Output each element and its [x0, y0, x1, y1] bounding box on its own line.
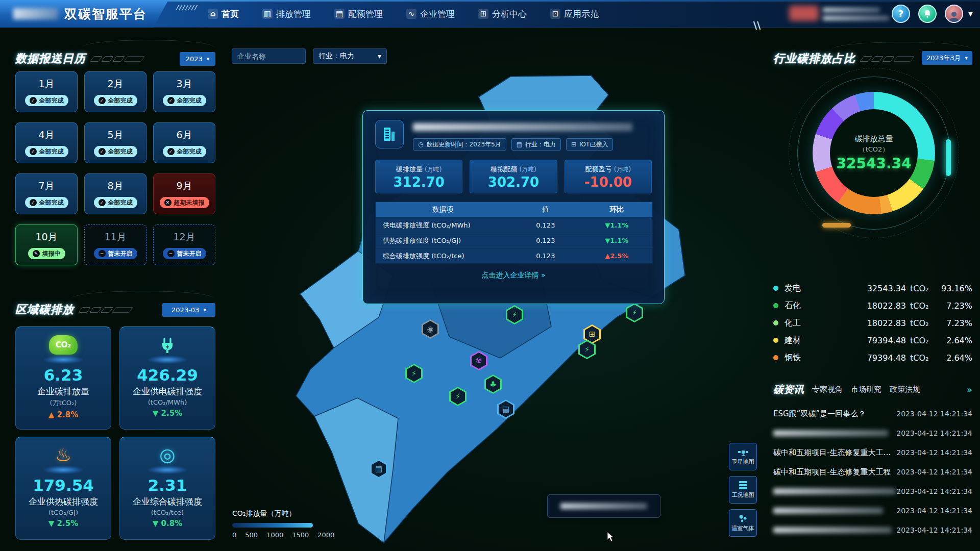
news-item[interactable]: 2023-04-12 14:21:34 [773, 482, 972, 501]
month-label: 1月 [38, 78, 54, 91]
news-item[interactable]: ESG跟“双碳”是一回事么？ 2023-04-12 14:21:34 [773, 404, 972, 423]
chevron-down-icon[interactable]: ▼ [968, 10, 973, 17]
tick-label: 1000 [266, 531, 283, 539]
industry-period-value: 2023年3月 [926, 54, 961, 63]
tick-label: 2000 [317, 531, 334, 539]
news-item[interactable]: 碳中和五期项目-生态修复重大工程 2023-04-12 14:21:34 [773, 462, 972, 482]
month-card-dec[interactable]: 12月−暂未开启 [153, 224, 215, 265]
news-title-text[interactable]: ESG跟“双碳”是一回事么？ [773, 409, 895, 419]
edit-icon: ✎ [33, 250, 40, 257]
gauge-icon: ◎ [159, 443, 175, 467]
nav-menu: ⌂ 首页 ▥ 排放管理 ▤ 配额管理 ∿ 企业管理 ⊞ 分析中心 ⊡ 应用示范 [208, 0, 599, 28]
column-header: 环比 [581, 205, 652, 214]
legend-unit: tCO₂ [906, 284, 933, 293]
popup-stats: 碳排放量 (万吨) 312.70 模拟配额 (万吨) 302.70 配额盈亏 (… [375, 160, 652, 193]
chevron-down-icon: ▾ [378, 52, 381, 60]
nav-item-emission[interactable]: ▥ 排放管理 [262, 8, 311, 20]
status-badge: ✓全部完成 [25, 197, 68, 208]
top-navbar: 双碳智服平台 /////// ⌂ 首页 ▥ 排放管理 ▤ 配额管理 ∿ 企业管理… [0, 0, 980, 28]
tooltip-text-redacted [560, 503, 647, 509]
legend-name: 建材 [785, 335, 830, 346]
month-card-mar[interactable]: 3月✓全部完成 [153, 71, 215, 112]
news-item[interactable]: 2023-04-12 14:21:34 [773, 520, 972, 540]
stat-value: 302.70 [488, 176, 539, 189]
table-row: 供电碳排放强度 (tCO₂/MWh) 0.123 ▼1.1% [376, 217, 652, 233]
legend-name: 钢铁 [785, 353, 830, 363]
month-card-aug[interactable]: 8月✓全部完成 [84, 173, 146, 214]
user-avatar[interactable] [945, 5, 963, 23]
industry-period-select[interactable]: 2023年3月▾ [922, 51, 972, 65]
nav-item-home[interactable]: ⌂ 首页 [208, 8, 239, 20]
nav-item-label: 应用示范 [564, 8, 599, 20]
news-title-text[interactable]: 碳中和五期项目-生态修复重大工程... [773, 448, 895, 458]
month-card-nov[interactable]: 11月−暂未开启 [84, 224, 146, 265]
map-legend-ticks: 0 500 1000 1500 2000 [232, 531, 334, 539]
tab-policy[interactable]: 政策法规 [890, 385, 920, 394]
pedestal-glow [148, 466, 187, 474]
tab-expert-view[interactable]: 专家视角 [812, 385, 843, 394]
status-badge: ✓全部完成 [25, 146, 68, 157]
industry-donut[interactable]: 碳排放总量 （tCO2） 32543.34 [813, 92, 935, 214]
pedestal-glow [148, 356, 187, 364]
status-text: 全部完成 [177, 147, 202, 156]
nav-item-enterprise[interactable]: ∿ 企业管理 [406, 8, 455, 20]
title-decoration [862, 56, 913, 62]
home-icon: ⌂ [208, 9, 218, 19]
month-card-oct[interactable]: 10月✎填报中 [15, 224, 78, 265]
calendar-year-select[interactable]: 2023▾ [180, 52, 215, 66]
news-timestamp: 2023-04-12 14:21:34 [896, 429, 972, 437]
tab-market-research[interactable]: 市场研究 [851, 385, 881, 394]
tag-text: IOT已接入 [579, 140, 608, 149]
status-badge: ✕超期未填报 [160, 197, 209, 208]
legend-row[interactable]: 石化 18022.83 tCO₂ 7.23% [773, 297, 972, 314]
satellite-icon [738, 447, 748, 457]
news-item[interactable]: 2023-04-12 14:21:34 [773, 423, 972, 443]
month-card-apr[interactable]: 4月✓全部完成 [15, 122, 78, 163]
legend-row[interactable]: 发电 32543.34 tCO₂ 93.16% [773, 280, 972, 297]
enterprise-detail-link[interactable]: 点击进入企业详情 » [375, 271, 652, 280]
stat-unit: (万吨) [425, 166, 442, 173]
metric-unit: (tCO₂/GJ) [48, 509, 78, 516]
stat-value: -10.00 [584, 176, 632, 189]
grid-icon: ⊡ [550, 9, 560, 19]
news-panel-title: 碳资讯 [773, 383, 804, 396]
greenhouse-gas-button[interactable]: 温室气体 [729, 509, 757, 537]
month-card-may[interactable]: 5月✓全部完成 [84, 122, 146, 163]
legend-row[interactable]: 建材 79394.48 tCO₂ 2.64% [773, 332, 972, 349]
check-icon: ✓ [30, 148, 37, 155]
metric-card-emission[interactable]: CO₂ 6.23 企业碳排放量 (万tCO₂) ▲ 2.8% [15, 327, 111, 430]
metric-label: 企业碳排放量 [37, 386, 89, 397]
condition-map-button[interactable]: 工况地图 [729, 476, 757, 504]
news-title-text[interactable]: 碳中和五期项目-生态修复重大工程 [773, 467, 895, 477]
help-button[interactable]: ? [892, 5, 910, 23]
metric-card-heat[interactable]: ♨ 179.54 企业供热碳排强度 (tCO₂/GJ) ▼ 2.5% [15, 437, 111, 540]
month-card-jul[interactable]: 7月✓全部完成 [15, 173, 78, 214]
red-seal-redacted [789, 6, 819, 21]
metric-card-comprehensive[interactable]: ◎ 2.31 企业综合碳排强度 (tCO₂/tce) ▼ 0.8% [119, 437, 215, 540]
nav-item-analysis[interactable]: ⊞ 分析中心 [478, 8, 527, 20]
legend-row[interactable]: 钢铁 79394.48 tCO₂ 2.64% [773, 349, 972, 366]
iot-tag: ⊞IOT已接入 [566, 138, 613, 151]
legend-row[interactable]: 化工 18022.83 tCO₂ 7.23% [773, 314, 972, 332]
nav-item-quota[interactable]: ▤ 配额管理 [334, 8, 383, 20]
month-card-jun[interactable]: 6月✓全部完成 [153, 122, 215, 163]
more-arrow-icon[interactable]: » [967, 384, 972, 395]
news-timestamp: 2023-04-12 14:21:34 [896, 468, 972, 476]
legend-dot [773, 320, 778, 325]
legend-percent: 7.23% [933, 301, 972, 311]
month-card-feb[interactable]: 2月✓全部完成 [84, 71, 146, 112]
notification-button[interactable] [918, 5, 937, 23]
satellite-map-button[interactable]: 卫星地图 [729, 443, 757, 470]
news-item[interactable]: 2023-04-12 14:21:34 [773, 501, 972, 520]
month-card-jan[interactable]: 1月✓全部完成 [15, 71, 78, 112]
region-period-select[interactable]: 2023-03▾ [162, 303, 215, 317]
month-label: 5月 [107, 129, 123, 142]
navbar-decoration: /////// [176, 4, 198, 11]
stamp-redacted: \\ [789, 4, 884, 24]
news-item[interactable]: 碳中和五期项目-生态修复重大工程... 2023-04-12 14:21:34 [773, 443, 972, 462]
company-name-redacted [413, 123, 632, 131]
chevron-down-icon: ▾ [203, 307, 206, 313]
metric-card-power[interactable]: 426.29 企业供电碳排强度 (tCO₂/MWh) ▼ 2.5% [119, 327, 215, 430]
month-card-sep[interactable]: 9月✕超期未填报 [153, 173, 215, 214]
nav-item-demo[interactable]: ⊡ 应用示范 [550, 8, 599, 20]
